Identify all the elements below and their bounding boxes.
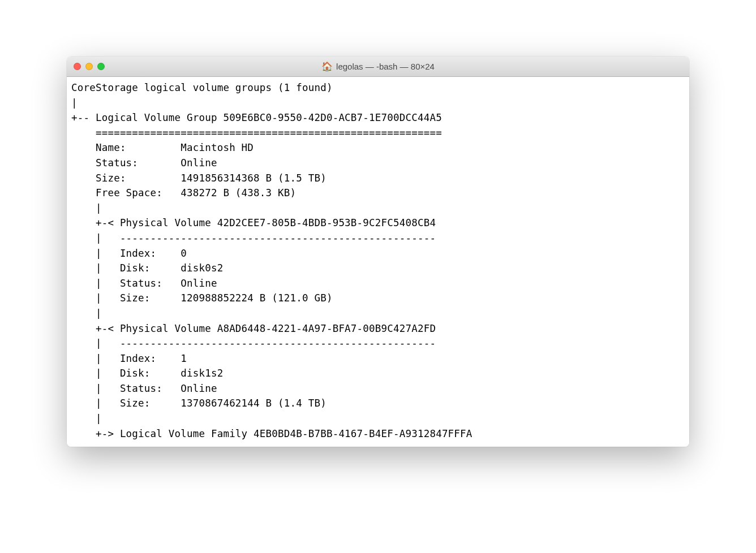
zoom-button[interactable] bbox=[97, 63, 105, 70]
terminal-content[interactable]: CoreStorage logical volume groups (1 fou… bbox=[67, 77, 689, 447]
terminal-window: 🏠 legolas — -bash — 80×24 CoreStorage lo… bbox=[67, 57, 689, 447]
traffic-lights bbox=[74, 63, 105, 70]
close-button[interactable] bbox=[74, 63, 81, 70]
titlebar[interactable]: 🏠 legolas — -bash — 80×24 bbox=[67, 57, 689, 77]
home-icon: 🏠 bbox=[321, 62, 333, 71]
minimize-button[interactable] bbox=[85, 63, 93, 70]
window-title: legolas — -bash — 80×24 bbox=[336, 62, 435, 71]
title-container: 🏠 legolas — -bash — 80×24 bbox=[67, 62, 689, 71]
